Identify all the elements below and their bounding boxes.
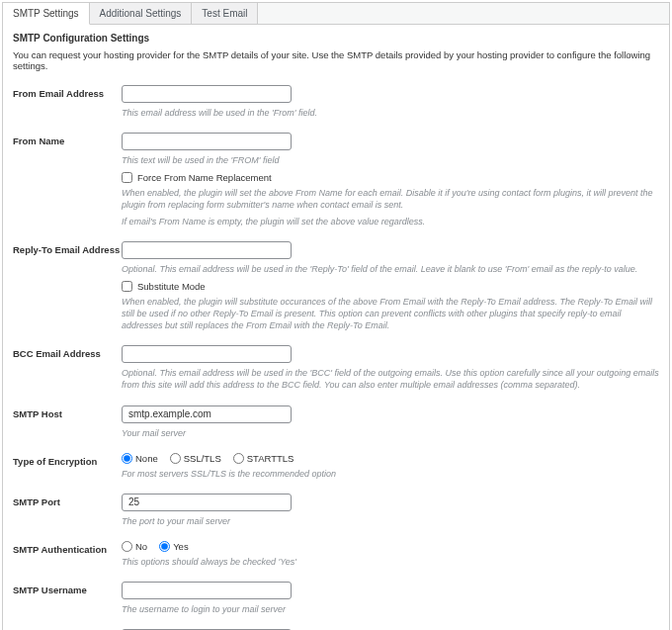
smtp-username-input[interactable] [122,582,292,599]
encryption-none-radio[interactable] [122,453,132,464]
tab-smtp-settings[interactable]: SMTP Settings [3,3,90,25]
from-name-input[interactable] [122,133,292,150]
from-name-label: From Name [13,133,122,227]
encryption-ssl-radio[interactable] [170,453,181,464]
tab-additional-settings[interactable]: Additional Settings [90,3,193,24]
smtp-host-label: SMTP Host [13,405,122,439]
reply-to-label: Reply-To Email Address [13,241,122,332]
force-from-name-label: Force From Name Replacement [137,172,272,183]
from-name-desc2: When enabled, the plugin will set the ab… [122,187,659,211]
intro-text: You can request your hosting provider fo… [13,49,659,71]
smtp-auth-desc: This options should always be checked 'Y… [122,556,659,568]
auth-no-label: No [135,541,147,552]
from-name-desc3: If email's From Name is empty, the plugi… [122,216,659,227]
bcc-label: BCC Email Address [13,345,122,391]
encryption-radios: None SSL/TLS STARTTLS [122,453,659,464]
smtp-host-input[interactable] [122,405,292,423]
section-title: SMTP Configuration Settings [13,33,659,44]
encryption-none-label: None [135,453,158,464]
encryption-starttls-radio[interactable] [233,453,244,464]
smtp-port-label: SMTP Port [13,494,122,527]
encryption-starttls-label: STARTTLS [247,453,294,464]
settings-panel: SMTP Settings Additional Settings Test E… [2,2,670,630]
reply-to-desc1: Optional. This email address will be use… [122,263,659,275]
smtp-username-label: SMTP Username [13,582,122,615]
bcc-desc: Optional. This email address will be use… [122,367,659,391]
auth-yes-radio[interactable] [159,541,170,552]
auth-no-radio[interactable] [122,541,132,552]
tabs: SMTP Settings Additional Settings Test E… [3,3,669,25]
reply-to-desc2: When enabled, the plugin will substitute… [122,296,659,331]
force-from-name-checkbox[interactable] [122,172,132,183]
from-email-input[interactable] [122,85,292,103]
from-email-desc: This email address will be used in the '… [122,107,659,119]
auth-radios: No Yes [122,541,659,552]
smtp-host-desc: Your mail server [122,427,659,439]
smtp-port-desc: The port to your mail server [122,515,659,527]
encryption-ssl-label: SSL/TLS [184,453,221,464]
encryption-desc: For most servers SSL/TLS is the recommen… [122,468,659,480]
bcc-input[interactable] [122,345,292,363]
smtp-auth-label: SMTP Authentication [13,541,122,568]
auth-yes-label: Yes [173,541,189,552]
substitute-mode-checkbox[interactable] [122,281,132,292]
from-name-desc1: This text will be used in the 'FROM' fie… [122,154,659,166]
substitute-mode-label: Substitute Mode [137,281,206,292]
tab-test-email[interactable]: Test Email [192,3,258,24]
encryption-label: Type of Encryption [13,453,122,480]
from-email-label: From Email Address [13,85,122,119]
smtp-username-desc: The username to login to your mail serve… [122,603,659,615]
smtp-port-input[interactable] [122,494,292,511]
reply-to-input[interactable] [122,241,292,259]
